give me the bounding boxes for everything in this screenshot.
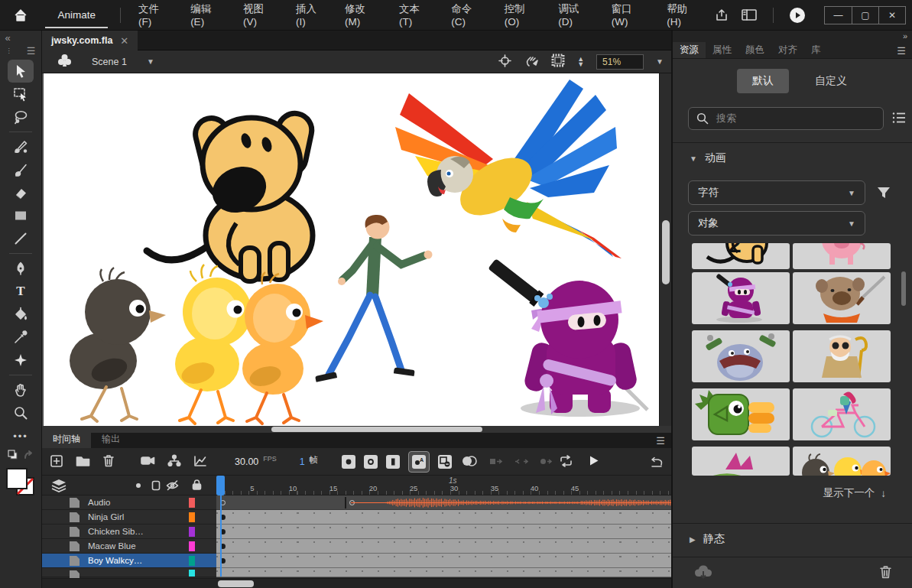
camera-icon[interactable]	[141, 455, 155, 469]
type-dropdown[interactable]: 字符 ▼	[688, 180, 865, 205]
share-icon[interactable]	[710, 5, 733, 26]
show-next-link[interactable]: 显示下一个 ↓	[823, 486, 886, 500]
timeline-menu-icon[interactable]: ☰	[656, 435, 665, 447]
insert-frame-icon[interactable]	[386, 455, 400, 469]
tab-timeline[interactable]: 时间轴	[42, 430, 91, 448]
pen-tool[interactable]	[8, 257, 34, 280]
timeline-scroll-thumb[interactable]	[218, 580, 254, 587]
minimize-button[interactable]: —	[825, 7, 852, 24]
cloud-download-icon[interactable]	[694, 564, 712, 582]
menu-item-help[interactable]: 帮助(H)	[657, 0, 710, 31]
canvas-vertical-scrollbar[interactable]	[659, 73, 671, 426]
object-dropdown[interactable]: 对象 ▼	[688, 211, 865, 236]
layer-parenting-icon[interactable]	[167, 454, 181, 469]
menu-item-command[interactable]: 命令(C)	[441, 0, 495, 31]
mode-default-button[interactable]: 默认	[737, 69, 789, 93]
asset-warp-pin-tool[interactable]	[8, 349, 34, 372]
layer-depth-graph-icon[interactable]	[193, 455, 207, 469]
search-input[interactable]: 搜索	[688, 107, 884, 130]
layer-row-chicken-siblings[interactable]: Chicken Sib…	[42, 525, 216, 539]
lock-all-icon[interactable]	[192, 479, 202, 492]
zoom-tool[interactable]	[8, 401, 34, 424]
onion-skin-icon[interactable]	[461, 455, 478, 469]
menu-item-modify[interactable]: 修改(M)	[335, 0, 389, 31]
menu-item-view[interactable]: 视图(V)	[233, 0, 286, 31]
asset-thumb-dog-partial[interactable]: 2	[692, 243, 790, 269]
toolbar-menu-icon[interactable]: ☰	[27, 45, 36, 57]
tab-properties[interactable]: 属性	[706, 42, 738, 58]
canvas-vertical-scroll-thumb[interactable]	[662, 220, 670, 284]
canvas-horizontal-scroll-thumb[interactable]	[271, 427, 482, 432]
zoom-input[interactable]: 51%	[596, 54, 644, 70]
loop-playback-icon[interactable]	[559, 455, 573, 469]
layer-color-swatch[interactable]	[189, 556, 195, 566]
menu-item-control[interactable]: 控制(O)	[495, 0, 548, 31]
canvas-horizontal-scrollbar[interactable]	[42, 426, 671, 433]
asset-thumb-chicks-partial[interactable]	[793, 447, 891, 476]
layer-row-macaw-blue[interactable]: Macaw Blue	[42, 539, 216, 554]
timeline-tracks[interactable]: 5 10 15 20 25 30 35 40 45 1s	[216, 476, 671, 578]
asset-thumb-dragon-partial[interactable]	[692, 447, 790, 476]
hand-tool[interactable]	[8, 378, 34, 401]
panel-menu-icon[interactable]: ☰	[897, 45, 906, 57]
layer-row-ninja-girl[interactable]: Ninja Girl	[42, 510, 216, 525]
layer-row-partial[interactable]	[42, 568, 216, 577]
document-tab[interactable]: jwsky.com.fla ✕	[42, 31, 138, 50]
center-stage-icon[interactable]	[498, 54, 511, 70]
tab-align[interactable]: 对齐	[771, 42, 804, 58]
asset-thumb-bike-girl[interactable]	[793, 388, 891, 440]
delete-layer-trash-icon[interactable]	[102, 454, 115, 469]
menu-item-text[interactable]: 文本(T)	[389, 0, 441, 31]
new-folder-icon[interactable]	[76, 455, 90, 469]
highlight-column-icon[interactable]	[136, 483, 141, 488]
delete-asset-trash-icon[interactable]	[879, 565, 892, 581]
home-icon[interactable]	[0, 8, 41, 23]
playhead-handle[interactable]	[216, 476, 225, 495]
asset-thumb-pig-partial[interactable]	[793, 243, 891, 269]
hide-all-eye-icon[interactable]	[166, 479, 179, 493]
paint-bucket-tool[interactable]	[8, 303, 34, 326]
workspace-icon[interactable]	[738, 5, 761, 26]
tab-color[interactable]: 颜色	[738, 42, 771, 58]
lasso-tool[interactable]	[8, 106, 34, 128]
fluid-brush-tool[interactable]	[8, 135, 34, 158]
tab-assets[interactable]: 资源	[673, 42, 706, 58]
tab-output[interactable]: 输出	[91, 430, 131, 448]
asset-thumb-koala-sword[interactable]	[793, 272, 891, 324]
tab-library[interactable]: 库	[804, 42, 828, 58]
menu-item-file[interactable]: 文件(F)	[128, 0, 180, 31]
layer-color-swatch[interactable]	[189, 512, 195, 522]
layer-color-swatch[interactable]	[189, 527, 195, 537]
menu-item-insert[interactable]: 插入(I)	[286, 0, 335, 31]
classic-brush-tool[interactable]	[8, 158, 34, 181]
play-button[interactable]	[589, 455, 599, 469]
clip-content-icon[interactable]	[524, 54, 539, 70]
create-classic-tween-icon[interactable]	[514, 456, 528, 469]
timeline-horizontal-scrollbar[interactable]	[42, 578, 671, 588]
menu-item-window[interactable]: 窗口(W)	[602, 0, 657, 31]
section-animated[interactable]: ▼ 动画	[690, 151, 726, 165]
rectangle-tool[interactable]	[8, 204, 34, 227]
asset-thumb-cube-bird[interactable]	[692, 388, 790, 440]
track-audio[interactable]	[216, 495, 671, 510]
close-button[interactable]: ✕	[878, 7, 905, 24]
assets-scroll-thumb[interactable]	[901, 271, 906, 306]
selection-tool[interactable]	[8, 60, 34, 83]
stage[interactable]	[44, 73, 659, 426]
default-colors-icon[interactable]	[7, 449, 18, 463]
create-shape-tween-icon[interactable]	[540, 456, 553, 469]
mode-custom-button[interactable]: 自定义	[801, 69, 861, 93]
track-boy-walkcycle[interactable]	[216, 554, 671, 568]
fps-value[interactable]: 30.00	[235, 456, 258, 467]
zoom-stepper[interactable]: ▲▼	[577, 57, 584, 67]
menu-item-debug[interactable]: 调试(D)	[548, 0, 602, 31]
swap-colors-icon[interactable]	[23, 450, 35, 463]
asset-thumb-hippo-guns[interactable]	[692, 330, 790, 382]
text-tool[interactable]: T	[8, 280, 34, 303]
eraser-tool[interactable]	[8, 181, 34, 204]
filter-funnel-icon[interactable]	[876, 185, 891, 203]
fill-stroke-swatches[interactable]	[5, 467, 36, 498]
layers-stack-icon[interactable]	[51, 479, 67, 495]
current-frame-value[interactable]: 1	[300, 456, 305, 467]
collapse-panel-icon[interactable]: «	[5, 32, 11, 44]
